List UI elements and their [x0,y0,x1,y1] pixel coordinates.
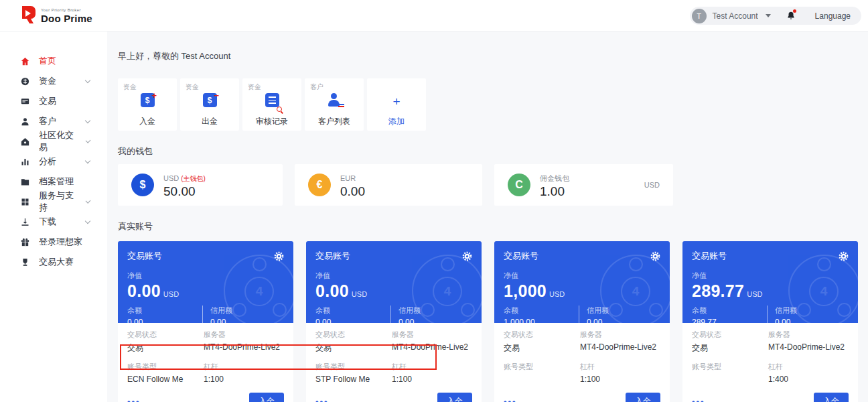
main-wallet-badge: (主钱包) [181,175,206,182]
equity-value: 289.77 [692,281,744,300]
sidebar-item-intrade[interactable]: 登录理想家 [0,232,107,252]
accounts-row: 交易账号 净值 0.00USD 余额0.00 信用额0.00 4 交易状态交易 … [118,241,868,402]
quick-action-client-list[interactable]: 客户 客户列表 [305,78,364,131]
deposit-button[interactable]: 入金 [249,393,284,402]
more-button[interactable]: ••• [504,397,517,402]
funds-icon [20,76,30,86]
commission-coin-icon: C [508,174,530,196]
language-button[interactable]: Language [815,11,851,21]
quick-action-add[interactable]: + 添加 [367,78,426,131]
top-bar: Your Priority Broker Doo Prime T Test Ac… [0,0,868,31]
balance-value: 1,000.00 [504,318,577,323]
main-content: 早上好，尊敬的 Test Account 资金 $ + 入金 资金 $ − 出金… [107,31,868,402]
sidebar-item-trading-contest[interactable]: 交易大赛 [0,252,107,272]
chevron-down-icon [85,117,90,123]
gear-icon[interactable] [839,251,849,261]
account-card-title: 交易账号 [692,250,727,262]
balance-value: 0.00 [127,318,201,323]
credit-value: 0.00 [587,318,660,323]
sidebar-item-trading[interactable]: 交易 [0,91,107,111]
wallet-row: $ USD(主钱包) 50.00 € EUR 0.00 C 佣金钱包 1.00 … [118,164,868,206]
clients-icon [20,117,30,127]
equity-value: 0.00 [127,281,161,300]
greeting-text: 早上好，尊敬的 Test Account [118,50,868,62]
chevron-down-icon [85,198,90,203]
credit-value: 0.00 [775,318,849,323]
account-card-title: 交易账号 [315,250,350,262]
deposit-icon: $ + [137,93,157,111]
sidebar-item-archive[interactable]: 档案管理 [0,172,107,192]
notification-dot [793,9,796,13]
sidebar-item-support[interactable]: 服务与支持 [0,192,107,212]
divider [579,306,579,323]
account-type-value [692,375,768,384]
wallet-amount: 0.00 [340,184,365,199]
download-icon [20,217,30,227]
server-value: MT4-DooPrime-Live2 [204,342,284,352]
leverage-value: 1:400 [768,375,849,384]
analytics-icon [20,157,30,167]
logo-tagline: Your Priority Broker [41,8,92,12]
sidebar: 首页 资金 交易 客户 社区化交易 分析 档案管理 服务与支持 下载 [0,31,107,402]
credit-value: 0.00 [399,318,472,323]
more-button[interactable]: ••• [692,397,705,402]
deposit-button[interactable]: 入金 [626,393,660,402]
divider [767,306,768,323]
trade-status-value: 交易 [504,342,580,354]
wallet-card-usd: $ USD(主钱包) 50.00 [118,164,283,206]
quick-action-audit-records[interactable]: 资金 审核记录 [242,78,301,131]
quick-actions-row: 资金 $ + 入金 资金 $ − 出金 资金 审核记录 客户 [118,78,868,131]
trade-status-value: 交易 [692,342,768,354]
brand-logo[interactable]: Your Priority Broker Doo Prime [20,5,92,24]
gear-icon[interactable] [650,251,660,261]
account-card-1: 交易账号 净值 0.00USD 余额0.00 信用额0.00 4 交易状态交易 … [118,241,293,402]
support-icon [20,197,30,207]
sidebar-item-download[interactable]: 下载 [0,212,107,232]
account-card-3: 交易账号 净值 1,000USD 余额1,000.00 信用额0.00 4 交易… [494,241,670,402]
sidebar-item-funds[interactable]: 资金 [0,71,107,91]
user-menu-pill: T Test Account Language [690,7,861,25]
quick-action-withdraw[interactable]: 资金 $ − 出金 [180,78,239,131]
gear-icon[interactable] [274,251,284,261]
chevron-down-icon[interactable] [766,14,771,17]
leverage-value: 1:100 [204,375,284,384]
trophy-icon [20,257,30,267]
trade-icon [20,96,30,107]
sidebar-item-clients[interactable]: 客户 [0,111,107,131]
client-list-icon [324,93,344,111]
server-value: MT4-DooPrime-Live2 [768,342,849,352]
more-button[interactable]: ••• [127,397,141,402]
account-type-value: STP Follow Me [315,375,392,384]
trade-status-value: 交易 [315,342,392,354]
divider [202,306,203,323]
sidebar-item-analytics[interactable]: 分析 [0,151,107,172]
server-value: MT4-DooPrime-Live2 [392,342,472,352]
chevron-down-icon [85,218,90,223]
doo-prime-logo-icon [20,5,36,24]
deposit-button[interactable]: 入金 [437,393,472,402]
withdraw-icon: $ − [200,93,220,111]
account-type-value [504,375,580,384]
user-name[interactable]: Test Account [713,11,758,21]
gift-icon [20,237,30,247]
wallet-card-eur: € EUR 0.00 [295,164,482,206]
deposit-button[interactable]: 入金 [814,393,849,402]
gear-icon[interactable] [462,251,472,261]
balance-value: 0.00 [315,318,389,323]
server-value: MT4-DooPrime-Live2 [580,342,660,352]
audit-records-icon [262,93,282,111]
account-card-title: 交易账号 [504,250,538,262]
accounts-section-title: 真实账号 [118,220,868,232]
sidebar-item-home[interactable]: 首页 [0,51,107,71]
equity-value: 1,000 [504,281,547,300]
equity-value: 0.00 [315,281,349,300]
more-button[interactable]: ••• [315,397,329,402]
wallet-amount: 50.00 [163,184,206,199]
avatar[interactable]: T [692,9,707,23]
account-card-4: 交易账号 净值 289.77USD 余额289.77 信用额0.00 4 交易状… [682,241,858,402]
wallet-currency-suffix: USD [644,181,660,189]
leverage-value: 1:100 [392,375,472,384]
quick-action-deposit[interactable]: 资金 $ + 入金 [118,78,177,131]
sidebar-item-community-trading[interactable]: 社区化交易 [0,131,107,151]
notifications-bell-icon[interactable] [786,11,796,21]
